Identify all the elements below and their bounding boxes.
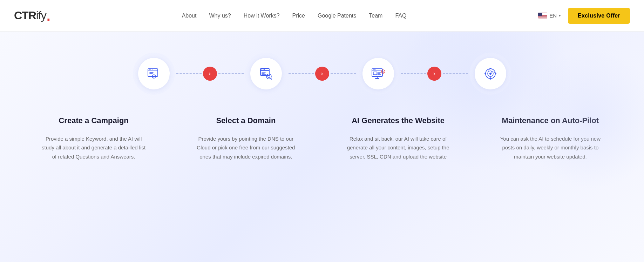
nav-item-team[interactable]: Team [369,13,382,19]
arrow-circle-1: › [203,67,217,81]
steps-icon-row: › [21,53,623,95]
nav-link-patents[interactable]: Google Patents [318,13,356,19]
arrow-circle-3: › [427,67,441,81]
step-title-2: Select a Domain [193,116,298,126]
step-icon-select-domain [245,53,287,95]
step-desc-2: Provide yours by pointing the DNS to our… [193,134,298,161]
step-icon-create-campaign [133,53,175,95]
step-icon-maintenance [469,53,511,95]
logo-ctr: CTR [14,9,36,22]
arrow-connector-3: › [399,67,469,81]
arrow-icon-3: › [433,70,435,77]
ai-website-icon: $ [371,66,386,81]
step-card-select-domain: Select a Domain Provide yours by pointin… [190,116,302,161]
dashed-line-left-2 [289,73,314,74]
exclusive-offer-button[interactable]: Exclusive Offer [568,8,630,24]
nav-link-howitworks[interactable]: How it Works? [244,13,280,19]
step-icon-inner-3: $ [362,58,394,89]
arrow-icon-1: › [209,70,211,77]
arrow-circle-2: › [315,67,329,81]
step-icon-inner-2 [250,58,282,89]
logo[interactable]: CTRify. [14,9,50,23]
nav-item-price[interactable]: Price [292,13,305,19]
nav-item-about[interactable]: About [182,13,197,19]
nav-item-faq[interactable]: FAQ [395,13,406,19]
autopilot-icon [483,66,498,81]
step-icon-inner-4 [475,58,506,89]
logo-ify: ify [36,9,46,22]
nav-item-howitworks[interactable]: How it Works? [244,13,280,19]
step-icon-ai-generates: $ [357,53,399,95]
svg-rect-24 [373,72,377,75]
svg-line-15 [271,78,272,79]
lang-label: EN [549,13,557,19]
dashed-line-right-3 [443,73,468,74]
domain-icon [258,66,274,81]
step-title-1: Create a Campaign [41,116,146,126]
navbar: CTRify. About Why us? How it Works? Pric… [0,0,644,32]
svg-text:$: $ [382,70,384,73]
nav-link-price[interactable]: Price [292,13,305,19]
step-icon-inner-1 [138,58,170,89]
arrow-connector-2: › [287,67,357,81]
dashed-line-right-1 [218,73,244,74]
logo-dot: . [47,9,50,23]
arrow-connector-1: › [175,67,245,81]
step-desc-1: Provide a simple Keyword, and the AI wil… [41,134,146,161]
nav-right: EN ▾ Exclusive Offer [538,8,630,24]
nav-link-faq[interactable]: FAQ [395,13,406,19]
chevron-down-icon: ▾ [559,13,561,18]
nav-links: About Why us? How it Works? Price Google… [182,13,407,19]
nav-link-about[interactable]: About [182,13,197,19]
flag-icon-us [538,13,547,19]
nav-link-team[interactable]: Team [369,13,382,19]
step-card-create-campaign: Create a Campaign Provide a simple Keywo… [38,116,150,161]
dashed-line-right-2 [331,73,356,74]
dashed-line-left-1 [176,73,202,74]
dashed-line-left-3 [401,73,426,74]
campaign-icon [146,66,162,81]
nav-link-whyus[interactable]: Why us? [209,13,231,19]
nav-item-patents[interactable]: Google Patents [318,13,356,19]
arrow-icon-2: › [321,70,323,77]
language-selector[interactable]: EN ▾ [538,13,561,19]
nav-item-whyus[interactable]: Why us? [209,13,231,19]
main-content: › [0,32,644,262]
svg-point-14 [268,75,270,78]
